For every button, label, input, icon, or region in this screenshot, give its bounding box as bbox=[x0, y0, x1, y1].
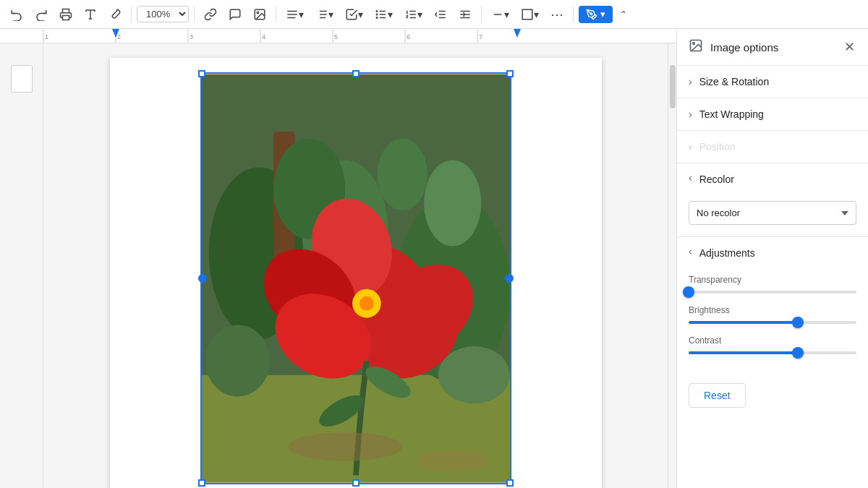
bullet-button[interactable]: ▾ bbox=[370, 5, 397, 24]
handle-bottom-right[interactable] bbox=[506, 479, 514, 487]
handle-top-left[interactable] bbox=[198, 70, 205, 77]
panel-image-icon bbox=[689, 38, 703, 56]
recolor-toggle[interactable]: › Recolor bbox=[677, 163, 868, 195]
brightness-label: Brightness bbox=[689, 305, 856, 315]
svg-point-31 bbox=[590, 13, 592, 15]
adjustments-content: Transparency Brightness bbox=[677, 269, 868, 377]
handle-bottom-left[interactable] bbox=[198, 479, 205, 487]
document-page bbox=[110, 58, 602, 488]
text-wrapping-chevron: › bbox=[689, 108, 692, 120]
list-button[interactable]: ▾ bbox=[311, 5, 338, 24]
contrast-label: Contrast bbox=[689, 335, 856, 346]
size-rotation-label: Size & Rotation bbox=[699, 76, 770, 87]
svg-rect-30 bbox=[522, 9, 532, 20]
paint-button[interactable] bbox=[104, 5, 126, 24]
checklist-button[interactable]: ▾ bbox=[341, 5, 367, 24]
transparency-group: Transparency bbox=[689, 275, 856, 294]
svg-text:6: 6 bbox=[407, 33, 410, 40]
image-button[interactable] bbox=[249, 5, 271, 24]
brightness-group: Brightness bbox=[689, 305, 856, 324]
undo-button[interactable] bbox=[6, 5, 27, 24]
indent-decrease-button[interactable] bbox=[430, 5, 451, 24]
position-chevron: › bbox=[689, 141, 692, 153]
panel-close-button[interactable]: ✕ bbox=[843, 38, 856, 56]
brightness-thumb[interactable] bbox=[792, 317, 804, 328]
svg-point-72 bbox=[693, 43, 695, 45]
divider-1 bbox=[131, 7, 132, 22]
align-button[interactable]: ▾ bbox=[281, 5, 308, 24]
svg-point-64 bbox=[359, 296, 373, 311]
contrast-thumb[interactable] bbox=[792, 347, 804, 359]
brightness-track bbox=[689, 321, 856, 324]
size-rotation-chevron: › bbox=[689, 76, 692, 87]
handle-top-middle[interactable] bbox=[352, 70, 359, 77]
contrast-track bbox=[689, 351, 856, 354]
svg-point-69 bbox=[287, 432, 402, 461]
text-wrapping-section: › Text Wrapping bbox=[677, 98, 868, 131]
toolbar: 100% 75% 125% 150% ▾ ▾ ▾ ▾ ▾ ▾ ▾ ⋯ bbox=[0, 0, 868, 29]
position-label: Position bbox=[699, 141, 736, 153]
svg-point-4 bbox=[257, 12, 258, 13]
number-list-button[interactable]: ▾ bbox=[400, 5, 427, 24]
recolor-select[interactable]: No recolor Automatic Light 1 Light 2 Dar… bbox=[689, 201, 856, 225]
selected-image-container[interactable] bbox=[200, 72, 511, 484]
adjustments-section: › Adjustments Transparency Brightn bbox=[677, 237, 868, 419]
panel-header: Image options ✕ bbox=[677, 29, 868, 66]
redo-button[interactable] bbox=[30, 5, 52, 24]
svg-rect-0 bbox=[63, 15, 69, 20]
transparency-thumb[interactable] bbox=[683, 286, 694, 298]
line-style-button[interactable]: ▾ bbox=[487, 5, 514, 24]
pen-color-button[interactable]: ▾ bbox=[579, 6, 613, 23]
border-button[interactable]: ▾ bbox=[516, 5, 543, 24]
canvas-area bbox=[43, 43, 668, 488]
more-button[interactable]: ⋯ bbox=[546, 4, 568, 25]
svg-text:5: 5 bbox=[334, 33, 338, 40]
zoom-select[interactable]: 100% 75% 125% 150% bbox=[137, 6, 189, 22]
handle-top-right[interactable] bbox=[506, 70, 514, 77]
indent-increase-button[interactable] bbox=[454, 5, 476, 24]
text-wrapping-toggle[interactable]: › Text Wrapping bbox=[677, 98, 868, 130]
divider-5 bbox=[573, 7, 574, 22]
adjustments-toggle[interactable]: › Adjustments bbox=[677, 237, 868, 269]
reset-area: Reset bbox=[677, 377, 868, 419]
handle-middle-right[interactable] bbox=[505, 274, 514, 283]
svg-text:2: 2 bbox=[117, 33, 121, 40]
divider-2 bbox=[194, 7, 195, 22]
page-thumbnail[interactable] bbox=[11, 65, 33, 93]
svg-point-19 bbox=[376, 17, 378, 18]
size-rotation-section: › Size & Rotation bbox=[677, 66, 868, 98]
position-toggle[interactable]: › Position bbox=[677, 131, 868, 163]
ruler: 1 2 3 4 5 6 7 bbox=[0, 29, 676, 43]
transparency-track bbox=[689, 291, 856, 294]
svg-text:1: 1 bbox=[45, 33, 48, 40]
reset-button[interactable]: Reset bbox=[689, 383, 746, 408]
text-wrapping-label: Text Wrapping bbox=[699, 108, 764, 120]
adjustments-chevron: › bbox=[689, 247, 692, 259]
vertical-scrollbar[interactable] bbox=[668, 43, 676, 488]
position-section: › Position bbox=[677, 131, 868, 163]
print-button[interactable] bbox=[55, 5, 77, 24]
size-rotation-toggle[interactable]: › Size & Rotation bbox=[677, 66, 868, 98]
svg-point-17 bbox=[376, 10, 378, 12]
link-button[interactable] bbox=[200, 5, 221, 24]
handle-bottom-middle[interactable] bbox=[352, 479, 359, 487]
comment-button[interactable] bbox=[224, 5, 246, 24]
svg-point-67 bbox=[438, 346, 509, 403]
side-panel: Image options ✕ › Size & Rotation › Text… bbox=[676, 29, 868, 488]
svg-point-68 bbox=[205, 325, 269, 396]
spellcheck-button[interactable] bbox=[80, 5, 101, 24]
panel-title: Image options bbox=[710, 41, 843, 53]
contrast-group: Contrast bbox=[689, 335, 856, 354]
svg-marker-47 bbox=[514, 29, 521, 38]
recolor-content: No recolor Automatic Light 1 Light 2 Dar… bbox=[677, 195, 868, 236]
brightness-fill bbox=[689, 321, 798, 324]
handle-middle-left[interactable] bbox=[198, 274, 207, 283]
main-area: 1 2 3 4 5 6 7 bbox=[0, 29, 868, 488]
flower-image bbox=[202, 74, 510, 483]
collapse-button[interactable]: ⌃ bbox=[616, 7, 631, 22]
svg-point-55 bbox=[377, 139, 427, 210]
svg-text:4: 4 bbox=[262, 33, 265, 40]
transparency-label: Transparency bbox=[689, 275, 856, 285]
svg-text:7: 7 bbox=[479, 33, 482, 40]
recolor-label: Recolor bbox=[699, 174, 734, 185]
